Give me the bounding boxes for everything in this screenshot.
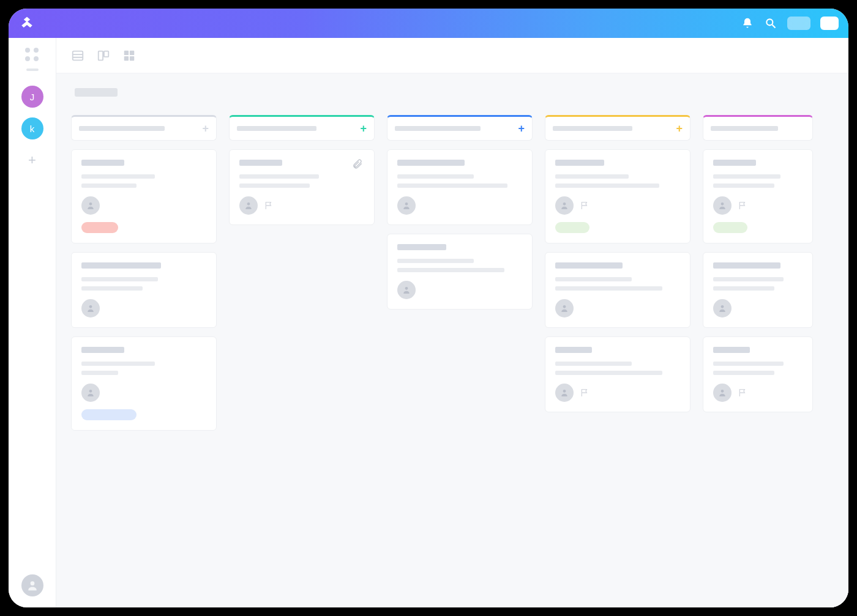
card-text-line	[713, 174, 780, 179]
svg-point-2	[30, 581, 34, 585]
assignee-avatar[interactable]	[397, 281, 416, 299]
assignee-avatar[interactable]	[81, 299, 100, 317]
task-card[interactable]	[71, 252, 217, 328]
topbar	[9, 9, 848, 38]
card-title	[239, 160, 282, 166]
task-card[interactable]	[545, 149, 690, 243]
svg-point-12	[89, 202, 92, 206]
card-tag[interactable]	[81, 222, 118, 233]
card-title	[397, 244, 446, 250]
task-card[interactable]	[703, 336, 813, 412]
board-column: +	[387, 115, 533, 431]
grid-view-icon[interactable]	[122, 49, 136, 62]
member-avatar-1[interactable]: k	[21, 117, 43, 139]
card-text-line	[81, 286, 143, 291]
app-logo[interactable]	[18, 15, 36, 32]
search-icon[interactable]	[764, 17, 777, 30]
add-card-button[interactable]: +	[202, 122, 209, 135]
svg-rect-3	[73, 51, 83, 60]
assignee-avatar[interactable]	[239, 196, 258, 215]
list-view-icon[interactable]	[71, 49, 84, 62]
assignee-avatar[interactable]	[555, 196, 574, 215]
attachment-icon	[352, 158, 363, 169]
add-card-button[interactable]: +	[676, 122, 683, 135]
column-header[interactable]: +	[545, 115, 690, 141]
card-tag[interactable]	[81, 409, 137, 420]
apps-icon[interactable]	[25, 48, 40, 62]
svg-rect-6	[99, 51, 103, 60]
card-tag[interactable]	[555, 222, 589, 233]
task-card[interactable]	[703, 149, 813, 243]
sidebar-divider	[26, 69, 39, 71]
assignee-avatar[interactable]	[713, 299, 732, 317]
priority-flag-icon[interactable]	[264, 201, 274, 210]
topbar-actions	[741, 17, 839, 30]
svg-point-17	[405, 287, 408, 290]
card-text-line	[713, 362, 784, 366]
column-header[interactable]	[703, 115, 813, 141]
topbar-button-1[interactable]	[787, 17, 810, 30]
priority-flag-icon[interactable]	[580, 201, 589, 210]
card-footer	[713, 299, 803, 317]
board-column: +	[229, 115, 375, 431]
notifications-icon[interactable]	[741, 17, 754, 30]
assignee-avatar[interactable]	[713, 384, 732, 402]
svg-rect-10	[124, 56, 129, 60]
priority-flag-icon[interactable]	[738, 388, 747, 398]
assignee-avatar[interactable]	[397, 196, 416, 215]
card-text-line	[555, 286, 662, 291]
member-avatar-0[interactable]: J	[21, 86, 43, 108]
topbar-button-2[interactable]	[820, 17, 839, 30]
card-text-line	[713, 184, 774, 188]
assignee-avatar[interactable]	[555, 299, 574, 317]
task-card[interactable]	[71, 149, 217, 243]
assignee-avatar[interactable]	[81, 384, 100, 402]
svg-rect-7	[104, 51, 108, 56]
card-text-line	[81, 174, 155, 179]
card-title	[81, 347, 124, 353]
card-text-line	[81, 277, 158, 281]
task-card[interactable]	[387, 234, 533, 310]
task-card[interactable]	[545, 252, 690, 328]
card-text-line	[555, 371, 662, 375]
app-window: J k + ++++	[9, 9, 848, 607]
board-column: +	[71, 115, 217, 431]
card-title	[713, 262, 780, 269]
column-header[interactable]: +	[71, 115, 217, 141]
column-title	[711, 126, 778, 131]
board-view-icon[interactable]	[97, 49, 110, 62]
priority-flag-icon[interactable]	[580, 388, 589, 398]
card-text-line	[713, 277, 784, 281]
task-card[interactable]	[387, 149, 533, 225]
card-text-line	[239, 184, 310, 188]
card-text-line	[397, 184, 507, 188]
current-user-avatar[interactable]	[21, 574, 43, 596]
add-member-button[interactable]: +	[21, 149, 43, 171]
card-title	[555, 347, 592, 353]
card-text-line	[713, 371, 774, 375]
columns-container: ++++	[71, 115, 848, 431]
svg-point-14	[89, 390, 92, 393]
card-tag[interactable]	[713, 222, 747, 233]
assignee-avatar[interactable]	[555, 384, 574, 402]
task-card[interactable]	[703, 252, 813, 328]
svg-point-20	[563, 390, 566, 393]
column-title	[79, 126, 165, 131]
assignee-avatar[interactable]	[713, 196, 732, 215]
assignee-avatar[interactable]	[81, 196, 100, 215]
add-card-button[interactable]: +	[360, 122, 367, 135]
column-header[interactable]: +	[387, 115, 533, 141]
board-column	[703, 115, 813, 431]
task-card[interactable]	[71, 336, 217, 431]
priority-flag-icon[interactable]	[738, 201, 747, 210]
task-card[interactable]	[545, 336, 690, 412]
column-header[interactable]: +	[229, 115, 375, 141]
card-footer	[555, 299, 680, 317]
add-card-button[interactable]: +	[518, 122, 525, 135]
svg-point-16	[405, 202, 408, 206]
svg-point-13	[89, 305, 92, 308]
column-title	[553, 126, 632, 131]
card-footer	[555, 196, 680, 215]
task-card[interactable]	[229, 149, 375, 225]
card-text-line	[555, 184, 659, 188]
